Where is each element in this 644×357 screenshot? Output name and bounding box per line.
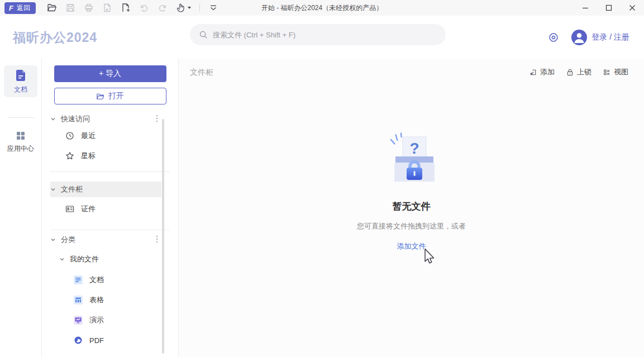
redo-icon[interactable] bbox=[158, 3, 168, 13]
tree-item-pdf[interactable]: PDF bbox=[50, 334, 161, 347]
app-logo: 福昕办公2024 bbox=[13, 28, 97, 46]
tree-item-starred[interactable]: 星标 bbox=[50, 149, 161, 163]
clock-icon bbox=[65, 131, 74, 140]
rail-documents-label: 文档 bbox=[14, 85, 27, 94]
star-icon bbox=[65, 151, 74, 160]
folder-icon bbox=[96, 92, 104, 101]
tree-item-certificates[interactable]: 证件 bbox=[50, 202, 161, 216]
document-icon bbox=[14, 69, 27, 82]
main-content: 文件柜 添加 上锁 视图 bbox=[179, 59, 644, 357]
undo-icon[interactable] bbox=[139, 3, 149, 13]
empty-state: ? 暂无文件 您可直接将文件拖拽到这里，或者 添加文件 bbox=[317, 128, 507, 251]
slides-file-icon bbox=[74, 316, 83, 325]
svg-text:?: ? bbox=[409, 140, 419, 157]
certificates-label: 证件 bbox=[81, 204, 96, 214]
tree-item-sheets[interactable]: 表格 bbox=[50, 293, 161, 307]
tree-item-slides[interactable]: 演示 bbox=[50, 313, 161, 327]
sidebar-scrollbar[interactable] bbox=[162, 119, 164, 354]
rail-item-documents[interactable]: 文档 bbox=[4, 65, 37, 97]
categories-label: 分类 bbox=[61, 235, 75, 245]
docs-label: 文档 bbox=[89, 275, 104, 285]
chevron-down-icon bbox=[50, 237, 56, 242]
search-input[interactable] bbox=[213, 31, 437, 39]
tree-item-recent[interactable]: 最近 bbox=[50, 129, 161, 142]
recent-label: 最近 bbox=[81, 131, 96, 141]
app-header: 福昕办公2024 登录 / 注册 bbox=[0, 16, 644, 59]
quick-access-menu-icon[interactable] bbox=[154, 115, 160, 123]
toolbar-separator bbox=[199, 4, 200, 12]
import-button[interactable]: + 导入 bbox=[54, 65, 166, 82]
search-bar[interactable] bbox=[190, 24, 446, 45]
minimize-icon[interactable] bbox=[574, 0, 597, 16]
view-button-label: 视图 bbox=[614, 67, 628, 77]
tree-section-categories[interactable]: 分类 bbox=[50, 233, 161, 246]
app-body: 文档 应用中心 + 导入 打开 快速访问 bbox=[0, 59, 644, 357]
save-as-icon[interactable] bbox=[102, 3, 112, 13]
file-cabinet-label: 文件柜 bbox=[61, 184, 83, 194]
empty-cabinet-illustration: ? bbox=[386, 128, 437, 182]
settings-icon[interactable] bbox=[548, 32, 559, 43]
search-icon bbox=[199, 30, 208, 39]
chevron-down-icon bbox=[50, 116, 56, 122]
chevron-down-icon bbox=[59, 256, 65, 262]
starred-label: 星标 bbox=[81, 151, 96, 161]
hand-tool-dropdown-icon bbox=[188, 7, 191, 9]
lock-button-label: 上锁 bbox=[577, 67, 591, 77]
import-button-label: + 导入 bbox=[99, 69, 121, 79]
sidebar: + 导入 打开 快速访问 最近 星标 文件柜 bbox=[42, 59, 179, 357]
slides-label: 演示 bbox=[89, 315, 104, 325]
add-button[interactable]: 添加 bbox=[529, 67, 555, 77]
close-icon[interactable] bbox=[621, 0, 644, 16]
window-controls bbox=[574, 0, 644, 16]
tree-divider bbox=[50, 230, 170, 230]
print-icon[interactable] bbox=[84, 3, 94, 13]
my-files-label: 我的文件 bbox=[70, 254, 99, 264]
app-grid-icon bbox=[15, 130, 26, 141]
empty-state-description: 您可直接将文件拖拽到这里，或者 bbox=[317, 221, 507, 231]
id-card-icon bbox=[65, 204, 74, 213]
title-bar: F 返回 bbox=[0, 0, 644, 16]
window-title: 开始 - 福昕办公2024（未经授权的产品） bbox=[261, 3, 383, 13]
main-toolbar: 添加 上锁 视图 bbox=[529, 67, 628, 77]
login-label: 登录 / 注册 bbox=[591, 32, 629, 42]
doc-file-icon bbox=[74, 275, 83, 284]
tree-divider bbox=[50, 172, 170, 172]
maximize-icon[interactable] bbox=[597, 0, 621, 16]
back-button-label: 返回 bbox=[17, 3, 30, 13]
new-file-icon[interactable] bbox=[121, 3, 131, 13]
sheets-label: 表格 bbox=[89, 295, 104, 305]
customize-toolbar-icon[interactable] bbox=[208, 3, 218, 13]
categories-menu-icon[interactable] bbox=[154, 235, 160, 244]
back-button[interactable]: F 返回 bbox=[4, 2, 36, 14]
hand-tool-button[interactable] bbox=[176, 3, 191, 13]
quick-access-toolbar bbox=[47, 3, 218, 13]
tree-section-my-files[interactable]: 我的文件 bbox=[50, 253, 161, 266]
sheet-file-icon bbox=[74, 296, 83, 304]
empty-state-title: 暂无文件 bbox=[317, 200, 507, 213]
save-icon[interactable] bbox=[65, 3, 75, 13]
view-button[interactable]: 视图 bbox=[603, 67, 628, 77]
avatar-icon bbox=[571, 30, 587, 45]
rail-app-center-label: 应用中心 bbox=[7, 144, 34, 154]
open-button-label: 打开 bbox=[108, 91, 124, 101]
open-file-icon[interactable] bbox=[47, 3, 57, 13]
rail-divider bbox=[7, 117, 34, 118]
pdf-label: PDF bbox=[89, 336, 104, 345]
view-mode-icon bbox=[603, 68, 611, 77]
app-window: F 返回 bbox=[0, 0, 644, 357]
left-rail: 文档 应用中心 bbox=[0, 59, 42, 357]
pdf-file-icon bbox=[74, 336, 83, 345]
tree-section-file-cabinet[interactable]: 文件柜 bbox=[50, 182, 161, 197]
header-right: 登录 / 注册 bbox=[548, 30, 629, 45]
lock-icon bbox=[566, 68, 574, 77]
add-button-label: 添加 bbox=[540, 67, 555, 77]
lock-button[interactable]: 上锁 bbox=[566, 67, 591, 77]
tree-section-quick-access[interactable]: 快速访问 bbox=[50, 112, 161, 126]
add-files-link[interactable]: 添加文件 bbox=[397, 241, 426, 251]
login-button[interactable]: 登录 / 注册 bbox=[571, 30, 629, 45]
rail-item-app-center[interactable]: 应用中心 bbox=[7, 130, 34, 154]
page-title: 文件柜 bbox=[190, 68, 213, 78]
open-button[interactable]: 打开 bbox=[54, 88, 166, 104]
tree-item-docs[interactable]: 文档 bbox=[50, 273, 161, 287]
chevron-down-icon bbox=[50, 187, 56, 192]
